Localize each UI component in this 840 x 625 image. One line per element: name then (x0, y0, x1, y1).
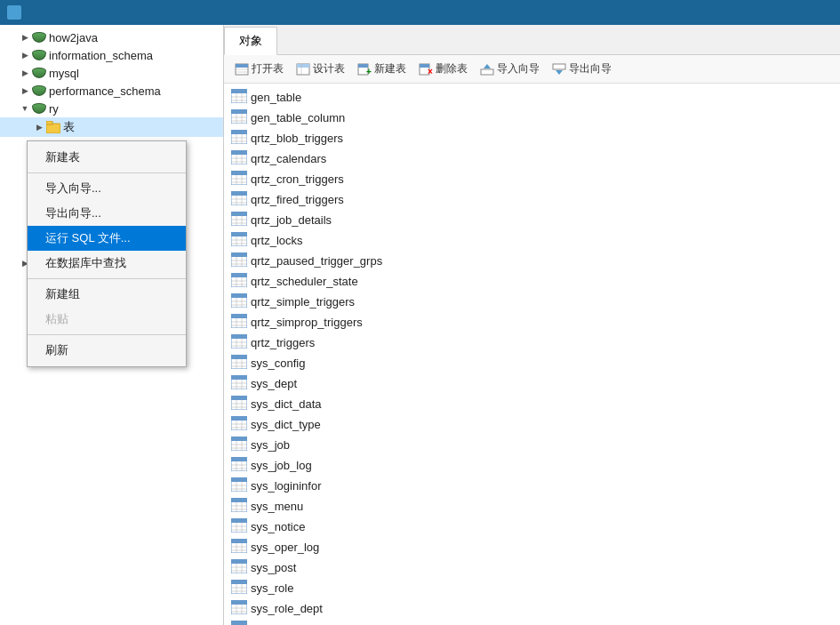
table-list-item[interactable]: qrtz_locks (224, 230, 840, 251)
sidebar-item-ry[interactable]: ▼ ry (0, 100, 223, 117)
table-row-icon (231, 580, 247, 597)
menu-item-refresh[interactable]: 刷新 (28, 338, 186, 363)
table-list-item[interactable]: sys_notice (224, 517, 840, 537)
svg-rect-116 (231, 375, 247, 380)
toggle-ry[interactable]: ▼ (18, 101, 32, 116)
toggle-mysql[interactable]: ▶ (18, 66, 32, 80)
table-row-icon (231, 559, 247, 576)
label-ry: ry (49, 102, 59, 116)
table-list-item[interactable]: qrtz_job_details (224, 210, 840, 230)
import-label: 导入向导 (497, 61, 540, 76)
menu-item-new-group[interactable]: 新建组 (28, 282, 186, 307)
toolbar-btn-import[interactable]: 导入向导 (475, 59, 545, 79)
toolbar-btn-open-table[interactable]: 打开表 (229, 59, 289, 79)
toolbar-btn-export[interactable]: 导出向导 (547, 59, 617, 79)
design-table-label: 设计表 (313, 61, 345, 76)
menu-item-export-wizard[interactable]: 导出向导... (28, 201, 186, 226)
sidebar-item-performance-schema[interactable]: ▶ performance_schema (0, 82, 223, 100)
toggle-information-schema[interactable]: ▶ (18, 48, 32, 62)
svg-rect-1 (46, 121, 52, 124)
table-name-label: qrtz_simprop_triggers (251, 316, 363, 329)
svg-rect-74 (231, 232, 247, 236)
sidebar-item-information-schema[interactable]: ▶ information_schema (0, 46, 223, 64)
table-name-label: sys_dict_data (251, 397, 322, 411)
table-list-item[interactable]: sys_role_menu (224, 619, 840, 625)
table-list-item[interactable]: qrtz_blob_triggers (224, 128, 840, 148)
table-list-item[interactable]: sys_dept (224, 373, 840, 394)
svg-rect-86 (231, 273, 247, 277)
table-list-item[interactable]: sys_dict_data (224, 394, 840, 414)
tab-objects[interactable]: 对象 (224, 27, 277, 55)
sidebar-item-ry-tables[interactable]: ▶ 表 (0, 117, 223, 137)
toggle-performance-schema[interactable]: ▶ (18, 84, 32, 98)
table-name-label: sys_config (251, 357, 305, 370)
table-list-item[interactable]: sys_logininfor (224, 476, 840, 496)
toolbar-btn-new-table[interactable]: + 新建表 (352, 59, 412, 79)
table-list-item[interactable]: gen_table (224, 87, 840, 108)
table-name-label: qrtz_job_details (251, 213, 332, 227)
table-list-item[interactable]: sys_post (224, 557, 840, 578)
table-name-label: sys_role_dept (251, 602, 323, 615)
db-icon-mysql (32, 66, 46, 80)
table-name-label: qrtz_locks (251, 234, 303, 247)
table-list-item[interactable]: qrtz_fired_triggers (224, 189, 840, 210)
svg-rect-140 (231, 457, 247, 461)
table-name-label: sys_logininfor (251, 479, 322, 493)
table-name-label: sys_post (251, 561, 296, 574)
table-row-icon (231, 232, 247, 249)
table-row-icon (231, 621, 247, 625)
table-name-label: qrtz_cron_triggers (251, 172, 344, 186)
table-row-icon (231, 457, 247, 474)
table-row-icon (231, 273, 247, 290)
menu-item-find-in-db[interactable]: 在数据库中查找 (28, 251, 186, 276)
table-list-item[interactable]: sys_config (224, 353, 840, 373)
table-name-label: gen_table (251, 91, 301, 104)
table-list-item[interactable]: sys_dict_type (224, 414, 840, 435)
table-list-item[interactable]: sys_role_dept (224, 598, 840, 619)
table-list-item[interactable]: sys_menu (224, 496, 840, 517)
open-table-label: 打开表 (252, 61, 284, 76)
design-table-icon (296, 62, 310, 76)
svg-rect-38 (231, 109, 247, 114)
svg-rect-170 (231, 559, 247, 564)
table-name-label: qrtz_fired_triggers (251, 193, 344, 206)
content-area: 对象 打开表 (224, 25, 840, 625)
table-list-item[interactable]: qrtz_simprop_triggers (224, 312, 840, 333)
table-list-item[interactable]: sys_oper_log (224, 537, 840, 557)
svg-rect-146 (231, 477, 247, 482)
table-name-label: sys_dept (251, 377, 297, 390)
menu-item-paste: 粘贴 (28, 307, 186, 332)
table-list-item[interactable]: qrtz_cron_triggers (224, 169, 840, 189)
table-list-item[interactable]: sys_job_log (224, 455, 840, 476)
toggle-how2java[interactable]: ▶ (18, 30, 32, 44)
app-icon (7, 5, 21, 20)
svg-rect-44 (231, 130, 247, 134)
table-list-item[interactable]: qrtz_simple_triggers (224, 292, 840, 312)
menu-item-import-wizard[interactable]: 导入向导... (28, 176, 186, 201)
svg-rect-152 (231, 498, 247, 502)
table-list-item[interactable]: qrtz_scheduler_state (224, 271, 840, 292)
table-list-item[interactable]: sys_role (224, 578, 840, 598)
svg-rect-104 (231, 334, 247, 339)
table-list-item[interactable]: qrtz_paused_trigger_grps (224, 251, 840, 271)
label-performance-schema: performance_schema (49, 84, 161, 98)
toolbar-btn-design-table[interactable]: 设计表 (291, 59, 350, 79)
import-icon (480, 62, 494, 76)
sidebar-item-mysql[interactable]: ▶ mysql (0, 64, 223, 82)
svg-rect-158 (231, 518, 247, 523)
table-list-item[interactable]: qrtz_triggers (224, 333, 840, 353)
toolbar-btn-delete-table[interactable]: × 删除表 (413, 59, 473, 79)
table-list-item[interactable]: sys_job (224, 435, 840, 455)
menu-item-new-table[interactable]: 新建表 (28, 145, 186, 170)
table-name-label: sys_menu (251, 500, 303, 513)
table-list-item[interactable]: qrtz_calendars (224, 148, 840, 169)
table-list-item[interactable]: gen_table_column (224, 108, 840, 128)
tab-bar: 对象 (224, 25, 840, 55)
sidebar-item-how2java[interactable]: ▶ how2java (0, 28, 223, 46)
table-row-icon (231, 150, 247, 167)
new-table-icon: + (357, 62, 372, 76)
toggle-ry-tables[interactable]: ▶ (32, 120, 46, 134)
menu-item-run-sql[interactable]: 运行 SQL 文件... (28, 226, 186, 251)
new-table-label: 新建表 (374, 61, 406, 76)
svg-rect-68 (231, 212, 247, 216)
